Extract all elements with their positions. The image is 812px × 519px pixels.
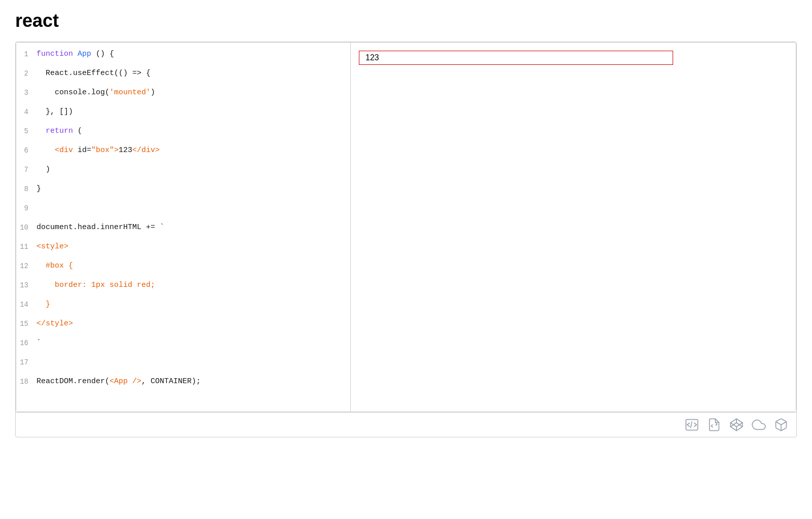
preview-content: 123 — [359, 51, 673, 65]
file-code-icon[interactable] — [707, 418, 721, 432]
line-number: 15 — [16, 314, 36, 333]
line-content: }, []) — [36, 102, 350, 122]
line-content: ) — [36, 160, 350, 179]
code-line: 16` — [16, 333, 350, 353]
code-line: 3 console.log('mounted') — [16, 83, 350, 102]
line-content: <div id="box">123</div> — [36, 141, 350, 160]
editor-wrapper: 1function App () {2 React.useEffect(() =… — [15, 42, 797, 437]
line-number: 11 — [16, 237, 36, 256]
line-content: <style> — [36, 237, 350, 256]
line-number: 17 — [16, 353, 36, 372]
line-content: console.log('mounted') — [36, 83, 350, 102]
line-content: </style> — [36, 314, 350, 333]
preview-panel: 123 — [351, 43, 796, 412]
line-content: document.head.innerHTML += ` — [36, 218, 350, 237]
bottom-toolbar — [16, 412, 796, 437]
line-number: 4 — [16, 102, 36, 122]
code-line: 13 border: 1px solid red; — [16, 276, 350, 295]
line-number: 2 — [16, 64, 36, 83]
code-line: 9 — [16, 199, 350, 218]
code-line: 15</style> — [16, 314, 350, 333]
line-content: function App () { — [36, 45, 350, 64]
line-number: 9 — [16, 199, 36, 218]
code-line: 4 }, []) — [16, 102, 350, 122]
line-number: 16 — [16, 333, 36, 353]
line-number: 13 — [16, 276, 36, 295]
line-number: 14 — [16, 295, 36, 314]
code-line: 6 <div id="box">123</div> — [16, 141, 350, 160]
code-lines: 1function App () {2 React.useEffect(() =… — [16, 43, 350, 393]
line-number: 6 — [16, 141, 36, 160]
line-content: ReactDOM.render(<App />, CONTAINER); — [36, 372, 350, 391]
line-content: #box { — [36, 256, 350, 276]
cube-icon[interactable] — [774, 418, 788, 432]
code-line: 1function App () { — [16, 45, 350, 64]
line-number: 10 — [16, 218, 36, 237]
line-number: 18 — [16, 372, 36, 391]
code-line: 18ReactDOM.render(<App />, CONTAINER); — [16, 372, 350, 391]
editor-container: 1function App () {2 React.useEffect(() =… — [16, 42, 796, 412]
cloud-icon[interactable] — [752, 418, 766, 432]
code-line: 10document.head.innerHTML += ` — [16, 218, 350, 237]
code-line: 8} — [16, 179, 350, 199]
code-line: 14 } — [16, 295, 350, 314]
line-content: border: 1px solid red; — [36, 276, 350, 295]
line-number: 12 — [16, 256, 36, 276]
line-content: return ( — [36, 122, 350, 141]
line-number: 1 — [16, 45, 36, 64]
line-content: } — [36, 295, 350, 314]
code-panel[interactable]: 1function App () {2 React.useEffect(() =… — [16, 43, 351, 412]
codepen-icon[interactable] — [729, 418, 744, 432]
code-line: 11<style> — [16, 237, 350, 256]
code-line: 17 — [16, 353, 350, 372]
code-line: 7 ) — [16, 160, 350, 179]
line-content: } — [36, 179, 350, 199]
page-title: react — [15, 10, 797, 31]
code-icon[interactable] — [685, 418, 699, 432]
line-number: 7 — [16, 160, 36, 179]
line-content: ` — [36, 333, 350, 353]
line-number: 5 — [16, 122, 36, 141]
line-number: 8 — [16, 179, 36, 199]
code-line: 5 return ( — [16, 122, 350, 141]
svg-line-1 — [691, 422, 692, 428]
code-line: 2 React.useEffect(() => { — [16, 64, 350, 83]
line-number: 3 — [16, 83, 36, 102]
code-line: 12 #box { — [16, 256, 350, 276]
line-content: React.useEffect(() => { — [36, 64, 350, 83]
